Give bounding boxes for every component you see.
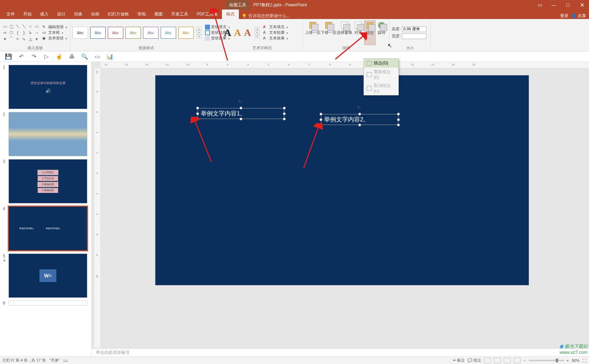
qat-slideshow-icon[interactable]: ▷ [43,53,50,60]
slide-canvas[interactable]: ↻ 举例文字内容1。 ↻ 举例文字内容2。 [155,75,529,285]
edit-shape-button[interactable]: ✎编辑形状 [42,24,67,30]
height-input[interactable] [402,26,427,32]
resize-handle[interactable] [196,118,199,120]
slide-thumbnail-6[interactable] [8,301,87,306]
resize-handle[interactable] [240,118,242,120]
close-button[interactable]: ✕ [575,0,589,10]
zoom-slider[interactable] [529,360,564,361]
shape-rect2-icon[interactable]: ▭ [34,24,39,29]
style-preset-5[interactable]: Abc [143,27,159,39]
wordart-gallery-nav[interactable]: ▴ ▾ ▾ [255,27,260,38]
shape-more-icon[interactable]: ▾ [34,36,39,42]
qat-chart-icon[interactable]: 📊 [106,53,113,60]
wa-up-icon[interactable]: ▴ [255,27,260,31]
resize-handle[interactable] [240,107,242,109]
wa-down-icon[interactable]: ▾ [255,31,260,34]
shape-style-gallery[interactable]: Abc Abc Abc Abc Abc Abc Abc ▴ ▾ ▾ [73,27,202,39]
tab-transitions[interactable]: 切换 [70,10,87,19]
slide-thumbnail-5[interactable]: W≡ [8,253,87,298]
tab-view[interactable]: 视图 [150,10,167,19]
shape-star-icon[interactable]: ✦ [2,36,8,42]
qat-save-icon[interactable]: 💾 [5,53,12,60]
wa-more-icon[interactable]: ▾ [255,34,260,38]
shape-hex-icon[interactable]: ⬡ [8,30,14,36]
qat-touch-icon[interactable]: ☝ [56,53,63,60]
shape-connector-icon[interactable]: ↳ [27,30,33,36]
selection-pane-button[interactable]: 选择窗格 [337,20,352,45]
text-outline-button[interactable]: A文本轮廓 [263,30,288,35]
shapes-gallery[interactable]: ▭ ▢ ＼ ＼ ○ ▭ ⇨ ⬡ { } ↳ → ✦ ⌒ ✧ ∿ △ ▾ [2,24,39,42]
shape-curve-icon[interactable]: ∿ [21,36,27,42]
sign-in-link[interactable]: 登录 [560,13,569,19]
shape-line-icon[interactable]: ＼ [15,24,20,29]
zoom-thumb[interactable] [556,358,558,363]
qat-preview-icon[interactable]: 🔍 [81,53,88,60]
ribbon-display-options[interactable]: ▭ [533,0,547,10]
resize-handle[interactable] [320,113,322,115]
textbox-button[interactable]: ▭文本框 [42,30,67,35]
shape-arrow2-icon[interactable]: → [34,30,39,36]
slide-thumbnail-3[interactable]: 1.公司简介 2.产品介绍 3 举例内容 4 举例内容 [8,159,87,203]
shape-oval-icon[interactable]: ○ [27,24,33,29]
tab-slideshow[interactable]: 幻灯片放映 [104,10,133,19]
rotate-handle-icon[interactable]: ↻ [357,105,361,110]
tab-format[interactable]: 格式 [222,10,239,19]
tell-me-search[interactable]: 💡 告诉我您想要做什么... [242,13,290,19]
style-preset-1[interactable]: Abc [73,27,88,39]
group-button[interactable]: 组合 [364,20,376,45]
resize-handle[interactable] [397,118,400,121]
shape-textbox-icon[interactable]: ▭ [2,24,8,29]
reading-view-button[interactable] [504,358,511,363]
shape-brace-icon[interactable]: { [15,30,20,36]
tab-pdf[interactable]: PDF工具集 [192,10,222,19]
resize-handle[interactable] [397,124,400,126]
textbox-2[interactable]: ↻ 举例文字内容2。 [321,114,398,125]
spell-check-icon[interactable]: 📖 [63,358,68,363]
style-preset-2[interactable]: Abc [90,27,106,39]
resize-handle[interactable] [283,112,286,115]
shape-star2-icon[interactable]: ✧ [15,36,20,42]
gallery-more-icon[interactable]: ▾ [197,34,202,38]
style-preset-6[interactable]: Abc [161,27,176,39]
slide-thumbnail-2[interactable] [8,112,87,156]
style-preset-3[interactable]: Abc [108,27,123,39]
tab-design[interactable]: 设计 [53,10,70,19]
slide-counter[interactable]: 幻灯片 第 4 张，共 17 张 [3,358,46,363]
width-input[interactable] [402,33,427,39]
wordart-gallery[interactable]: A A A ▴ ▾ ▾ [224,27,260,38]
shape-line2-icon[interactable]: ＼ [21,24,27,29]
resize-handle[interactable] [358,113,361,115]
resize-handle[interactable] [320,124,322,126]
resize-handle[interactable] [283,107,286,109]
tab-animations[interactable]: 动画 [87,10,104,19]
wordart-preset-1[interactable]: A [224,27,231,38]
slide-thumbnail-1[interactable]: 历史记录中的音符所在屋 🔊 [8,65,87,109]
wordart-preset-3[interactable]: A [244,27,251,38]
merge-shape-button[interactable]: ◉合并形状 [42,36,67,41]
text-fill-button[interactable]: A文本填充 [263,24,288,30]
notes-pane[interactable]: 单击此处添加备注 [92,349,589,356]
tab-home[interactable]: 开始 [19,10,36,19]
notes-toggle[interactable]: ≐ 备注 [453,358,465,363]
normal-view-button[interactable] [484,358,491,363]
shape-rect-icon[interactable]: ▢ [8,24,14,29]
qat-print-icon[interactable]: 🖶 [68,53,75,60]
send-backward-button[interactable]: 下移一层 [321,20,336,45]
wordart-preset-2[interactable]: A [234,27,241,38]
fit-window-button[interactable]: ⛶ [582,358,586,363]
gallery-down-icon[interactable]: ▾ [197,31,202,34]
gallery-up-icon[interactable]: ▴ [197,27,202,31]
resize-handle[interactable] [196,112,199,115]
sorter-view-button[interactable] [494,358,501,363]
comments-toggle[interactable]: 💬 批注 [467,358,481,363]
zoom-level[interactable]: 90% [572,358,579,363]
style-gallery-nav[interactable]: ▴ ▾ ▾ [197,27,202,38]
resize-handle[interactable] [358,124,361,126]
bring-forward-button[interactable]: 上移一层 [305,20,321,45]
maximize-button[interactable]: □ [561,0,575,10]
style-preset-4[interactable]: Abc [125,27,141,39]
zoom-in-button[interactable]: + [567,358,569,363]
rotate-handle-icon[interactable]: ↻ [238,99,242,104]
zoom-out-button[interactable]: − [523,358,526,363]
rotate-button[interactable]: 旋转 [376,20,387,45]
